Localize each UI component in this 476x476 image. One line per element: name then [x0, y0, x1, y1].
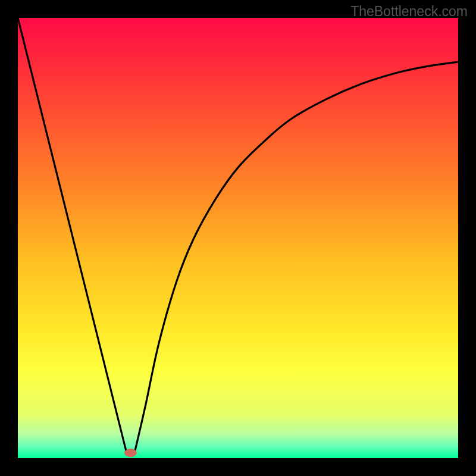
watermark-text: TheBottleneck.com [350, 4, 468, 20]
chart-svg [18, 18, 458, 458]
chart-background [18, 18, 458, 458]
chart-frame: TheBottleneck.com [0, 0, 476, 476]
chart-plot-area [18, 18, 458, 458]
minimum-marker [124, 449, 137, 457]
